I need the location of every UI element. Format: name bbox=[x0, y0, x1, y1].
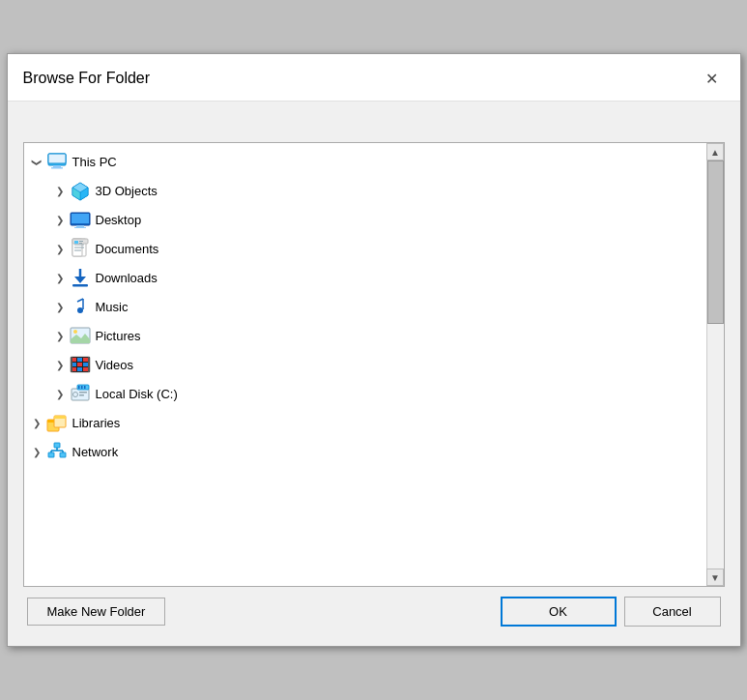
svg-rect-36 bbox=[71, 357, 72, 372]
tree-item-label-desktop: Desktop bbox=[96, 213, 142, 227]
expand-arrow-pictures[interactable] bbox=[51, 327, 69, 344]
expand-arrow-this-pc[interactable] bbox=[28, 153, 45, 170]
svg-rect-21 bbox=[72, 284, 88, 287]
tree-item-label-downloads: Downloads bbox=[96, 271, 158, 285]
tree-item-network[interactable]: Network bbox=[24, 437, 706, 466]
tree-item-label-this-pc: This PC bbox=[72, 155, 117, 169]
svg-rect-11 bbox=[74, 227, 86, 228]
tree-item-music[interactable]: Music bbox=[24, 292, 706, 321]
svg-point-22 bbox=[77, 307, 83, 313]
tree-item-label-libraries: Libraries bbox=[72, 416, 121, 430]
svg-rect-51 bbox=[48, 452, 54, 457]
ok-cancel-group: OK Cancel bbox=[501, 597, 721, 627]
tree-item-label-local-disk: Local Disk (C:) bbox=[96, 387, 178, 401]
svg-rect-1 bbox=[48, 154, 66, 163]
libs-icon bbox=[45, 411, 69, 434]
expand-arrow-libraries[interactable] bbox=[28, 414, 45, 431]
expand-arrow-documents[interactable] bbox=[51, 240, 69, 257]
tree-item-this-pc[interactable]: This PC bbox=[24, 147, 706, 176]
title-bar: Browse For Folder ✕ bbox=[8, 54, 740, 102]
videos-icon bbox=[69, 353, 92, 376]
tree-item-label-network: Network bbox=[72, 445, 119, 459]
scroll-thumb[interactable] bbox=[707, 160, 724, 324]
desktop-icon bbox=[69, 208, 92, 231]
svg-rect-49 bbox=[54, 416, 66, 419]
browse-for-folder-dialog: Browse For Folder ✕ This PC 3D Objects bbox=[7, 53, 741, 647]
tree-item-label-pictures: Pictures bbox=[96, 329, 141, 343]
svg-rect-44 bbox=[81, 386, 83, 389]
scrollbar-track: ▲ ▼ bbox=[706, 143, 724, 586]
tree-item-local-disk[interactable]: Local Disk (C:) bbox=[24, 379, 706, 408]
svg-rect-32 bbox=[83, 363, 88, 366]
svg-rect-28 bbox=[77, 358, 82, 362]
scroll-up-arrow[interactable]: ▲ bbox=[706, 143, 724, 160]
footer: Make New Folder OK Cancel bbox=[23, 587, 725, 630]
tree-item-label-documents: Documents bbox=[96, 242, 159, 256]
scroll-thumb-area bbox=[707, 160, 724, 569]
svg-rect-19 bbox=[79, 241, 83, 242]
svg-rect-35 bbox=[83, 367, 88, 371]
svg-rect-41 bbox=[79, 394, 84, 396]
tree-item-downloads[interactable]: Downloads bbox=[24, 263, 706, 292]
tree-item-label-3d-objects: 3D Objects bbox=[96, 184, 158, 198]
expand-arrow-downloads[interactable] bbox=[51, 269, 69, 286]
cancel-button[interactable]: Cancel bbox=[624, 597, 721, 627]
subtitle-area bbox=[23, 113, 725, 142]
svg-rect-45 bbox=[84, 386, 86, 389]
expand-arrow-music[interactable] bbox=[51, 298, 69, 315]
svg-rect-25 bbox=[71, 339, 90, 343]
dialog-body: This PC 3D Objects Desktop bbox=[8, 102, 740, 646]
make-new-folder-button[interactable]: Make New Folder bbox=[27, 598, 166, 626]
svg-rect-52 bbox=[60, 452, 66, 457]
network-icon bbox=[45, 440, 69, 463]
svg-rect-40 bbox=[79, 392, 87, 394]
svg-rect-37 bbox=[88, 357, 90, 372]
svg-rect-10 bbox=[76, 225, 84, 227]
expand-arrow-videos[interactable] bbox=[51, 356, 69, 373]
docs-icon bbox=[69, 237, 92, 260]
scroll-down-arrow[interactable]: ▼ bbox=[706, 569, 724, 586]
tree-item-pictures[interactable]: Pictures bbox=[24, 321, 706, 350]
svg-rect-34 bbox=[77, 367, 82, 371]
tree-item-videos[interactable]: Videos bbox=[24, 350, 706, 379]
tree-item-desktop[interactable]: Desktop bbox=[24, 205, 706, 234]
3d-icon bbox=[69, 179, 92, 202]
tree-list[interactable]: This PC 3D Objects Desktop bbox=[24, 143, 706, 586]
svg-rect-2 bbox=[53, 165, 61, 167]
pc-icon bbox=[45, 150, 69, 173]
expand-arrow-desktop[interactable] bbox=[51, 211, 69, 228]
tree-item-label-videos: Videos bbox=[96, 358, 134, 372]
tree-item-3d-objects[interactable]: 3D Objects bbox=[24, 176, 706, 205]
downloads-icon bbox=[69, 266, 92, 289]
svg-rect-29 bbox=[83, 358, 88, 362]
svg-rect-20 bbox=[79, 243, 82, 244]
tree-item-documents[interactable]: Documents bbox=[24, 234, 706, 263]
tree-container: This PC 3D Objects Desktop bbox=[23, 142, 725, 587]
svg-rect-9 bbox=[72, 214, 89, 223]
disk-icon bbox=[69, 382, 92, 405]
pictures-icon bbox=[69, 324, 92, 347]
tree-item-libraries[interactable]: Libraries bbox=[24, 408, 706, 437]
svg-rect-18 bbox=[74, 241, 78, 244]
expand-arrow-network[interactable] bbox=[28, 443, 45, 460]
music-icon bbox=[69, 295, 92, 318]
tree-item-label-music: Music bbox=[96, 300, 129, 314]
svg-rect-3 bbox=[51, 167, 63, 169]
close-button[interactable]: ✕ bbox=[700, 66, 725, 91]
svg-rect-50 bbox=[54, 443, 60, 448]
svg-rect-31 bbox=[77, 363, 82, 366]
expand-arrow-local-disk[interactable] bbox=[51, 385, 69, 402]
ok-button[interactable]: OK bbox=[501, 597, 617, 627]
svg-point-24 bbox=[73, 330, 77, 334]
svg-rect-43 bbox=[78, 386, 80, 389]
dialog-title: Browse For Folder bbox=[23, 70, 151, 87]
expand-arrow-3d-objects[interactable] bbox=[51, 182, 69, 199]
